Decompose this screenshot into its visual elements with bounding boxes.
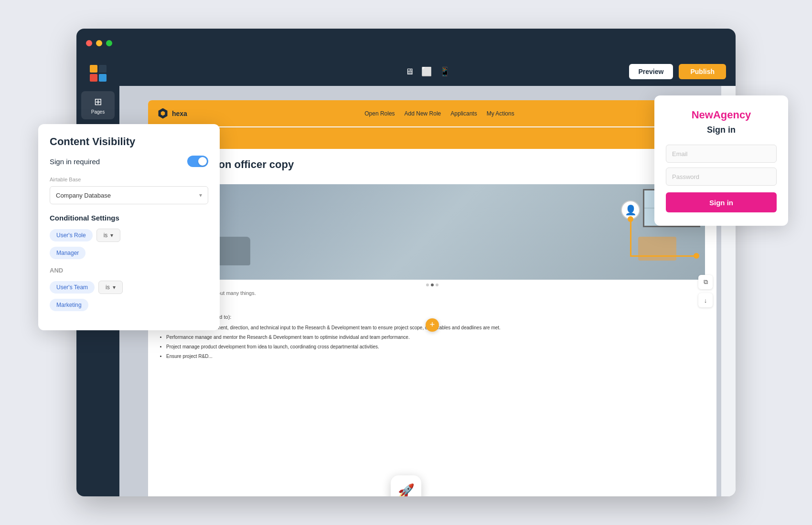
condition1-tag[interactable]: User's Role (50, 229, 93, 242)
canvas-tool-delete[interactable]: ↓ (698, 293, 713, 307)
dot-red[interactable] (86, 40, 92, 46)
condition1-op-label: is (104, 232, 108, 239)
toolbar-right: Preview Publish (450, 64, 726, 79)
preview-button[interactable]: Preview (629, 64, 673, 79)
dot-green[interactable] (106, 40, 112, 46)
device-switcher: 🖥 ⬜ 📱 (405, 66, 450, 77)
tablet-icon[interactable]: ⬜ (421, 66, 432, 77)
browser-dots (86, 40, 112, 46)
desktop-icon[interactable]: 🖥 (405, 67, 414, 77)
signin-label: Sign in required (50, 158, 100, 166)
and-label: AND (50, 267, 208, 274)
condition2-tag[interactable]: User's Team (50, 281, 95, 294)
signin-button[interactable]: Sign in (666, 192, 777, 212)
bullet-3: Project manage product development from … (166, 343, 705, 351)
canvas-tool-copy[interactable]: ⧉ (698, 275, 713, 289)
page-subheader: hexa (148, 127, 716, 149)
toggle-knob (198, 157, 207, 166)
email-input[interactable] (666, 145, 777, 163)
carousel-dot-3[interactable] (436, 284, 438, 286)
signin-modal: NewAgency Sign in Sign in (654, 95, 788, 226)
bullet-4: Ensure project R&D... (166, 352, 705, 361)
browser-chrome (76, 29, 736, 57)
bottom-badge: 🚀 (391, 475, 421, 496)
carousel-dot-2[interactable] (431, 284, 434, 286)
nav-applicants[interactable]: Applicants (450, 110, 477, 117)
panel-title: Content Visibility (50, 136, 208, 148)
modal-title: Sign in (666, 125, 777, 135)
hexa-logo: hexa (158, 108, 187, 119)
badge-logo-icon: 🚀 (398, 483, 415, 497)
condition2-value[interactable]: Marketing (50, 299, 88, 311)
logo-sq-1 (90, 65, 97, 73)
condition-row-2: User's Team is ▾ (50, 281, 208, 294)
logo-sq-4 (99, 74, 107, 82)
signin-toggle[interactable] (187, 156, 208, 167)
page-subtitle: Berlin ox (Remote) (160, 173, 705, 178)
nav-my-actions[interactable]: My Actions (487, 110, 514, 117)
password-input[interactable] (666, 168, 777, 186)
hexa-brand: hexa (172, 110, 187, 117)
connector-h1 (630, 255, 697, 257)
condition2-op-arrow: ▾ (113, 284, 116, 291)
airtable-dropdown[interactable]: Company Database ▾ (50, 186, 208, 204)
nav-add-role[interactable]: Add New Role (405, 110, 441, 117)
bullet-2: Performance manage and mentor the Resear… (166, 333, 705, 342)
pages-icon: ⊞ (94, 96, 102, 107)
modal-brand: NewAgency (666, 109, 777, 121)
nav-open-roles[interactable]: Open Roles (364, 110, 395, 117)
conditional-title: Conditional Settings (50, 214, 208, 222)
content-visibility-panel: Content Visibility Sign in required Airt… (38, 124, 220, 330)
page-hero-image (160, 184, 705, 280)
hexa-hex-icon (158, 108, 168, 119)
signin-row: Sign in required (50, 156, 208, 167)
logo-sq-2 (99, 65, 107, 73)
condition1-value[interactable]: Manager (50, 247, 85, 259)
carousel-dots (160, 284, 705, 286)
sidebar-logo (90, 65, 107, 82)
canvas-inner: hexa Open Roles Add New Role Applicants … (148, 100, 716, 496)
publish-button[interactable]: Publish (679, 64, 726, 79)
sidebar-label-pages: Pages (91, 109, 105, 115)
sidebar-item-pages[interactable]: ⊞ Pages (81, 91, 115, 119)
top-toolbar: 🖥 ⬜ 📱 Preview Publish (119, 57, 736, 86)
dot-yellow[interactable] (96, 40, 102, 46)
condition1-op-arrow: ▾ (110, 232, 113, 239)
condition1-operator[interactable]: is ▾ (96, 229, 121, 242)
dropdown-arrow-icon: ▾ (199, 192, 202, 199)
condition2-op-label: is (106, 284, 110, 291)
page-caption: Make many decisions about many things. (160, 290, 705, 296)
add-element-button[interactable]: + (426, 318, 439, 332)
page-header: hexa Open Roles Add New Role Applicants … (148, 100, 716, 126)
nav-links: Open Roles Add New Role Applicants My Ac… (364, 110, 514, 117)
job-spec-title: Job Spec (160, 302, 705, 310)
page-body: Chief decision officer copy Berlin ox (R… (148, 149, 716, 371)
connector-dot-1 (694, 253, 699, 259)
page-title: Chief decision officer copy (160, 158, 705, 171)
mobile-icon[interactable]: 📱 (439, 66, 450, 77)
airtable-value: Company Database (56, 192, 111, 199)
logo-sq-3 (90, 74, 97, 82)
canvas-toolbar: ⧉ ↓ (698, 275, 713, 307)
carousel-dot-1[interactable] (426, 284, 429, 286)
connector-v1 (630, 219, 631, 257)
connector-dot-2 (628, 216, 633, 222)
condition2-operator[interactable]: is ▾ (98, 281, 123, 294)
condition-row-1: User's Role is ▾ (50, 229, 208, 242)
airtable-label: Airtable Base (50, 177, 208, 182)
